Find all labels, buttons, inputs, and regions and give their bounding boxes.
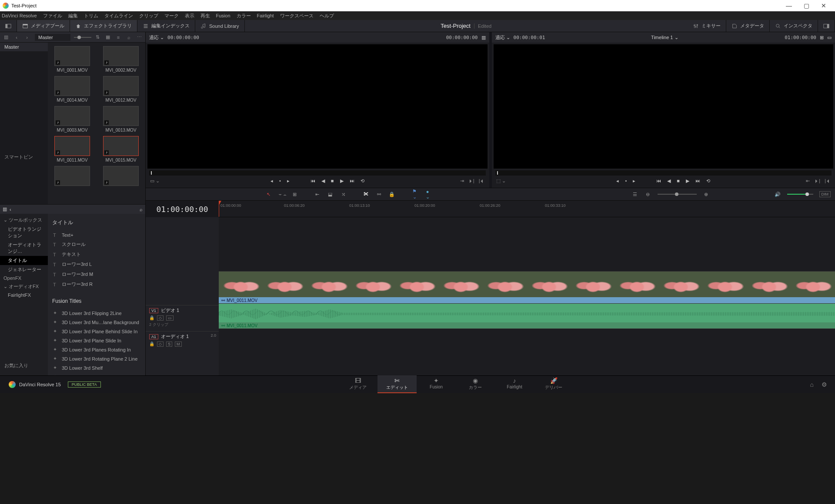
tool-link-icon[interactable]: ⚯ (375, 192, 382, 197)
fx-fairlightfx[interactable]: FairlightFX (0, 291, 48, 299)
page-deliver[interactable]: 🚀デリバー (534, 375, 573, 393)
fusion-title-preset[interactable]: ✦3D Lower 3rd Plane Slide In (52, 336, 141, 345)
panel-toggle-left-icon[interactable] (0, 20, 17, 32)
v1-disp-icon[interactable]: ▭ (166, 315, 174, 321)
page-media[interactable]: 🎞メディア (338, 375, 377, 393)
maximize-button[interactable]: ▢ (798, 2, 815, 9)
tool-insert-icon[interactable]: ⇤ (314, 192, 321, 197)
menu-playback[interactable]: 再生 (200, 13, 210, 19)
clip-item[interactable]: ♪MVI_0013.MOV (98, 106, 144, 133)
menu-edit[interactable]: 編集 (68, 13, 78, 19)
menu-help[interactable]: ヘルプ (320, 13, 334, 19)
volume-slider[interactable] (787, 194, 813, 195)
src-prev-icon[interactable]: ◀ (321, 178, 325, 184)
home-icon[interactable]: ⌂ (810, 381, 814, 388)
zoom-out-icon[interactable]: ⊖ (645, 192, 651, 197)
src-next-icon[interactable]: ⏭ (350, 178, 354, 184)
page-fairlight[interactable]: ♪Fairlight (495, 375, 534, 393)
src-loop-icon[interactable]: ⟲ (361, 178, 364, 184)
src-first-icon[interactable]: ⏮ (311, 178, 315, 184)
src-stop-icon[interactable]: ■ (331, 178, 334, 184)
tl-canvas[interactable] (494, 44, 834, 169)
page-edit[interactable]: ✄エディット (377, 375, 417, 393)
close-button[interactable]: ✕ (815, 2, 832, 9)
clip-thumb[interactable]: ♪ (103, 166, 139, 186)
fusion-title-preset[interactable]: ✦3D Lower 3rd Sliding Block (52, 372, 141, 375)
tool-dynamic-icon[interactable]: ⊞ (291, 192, 298, 197)
title-preset[interactable]: Tスクロール (52, 239, 141, 249)
inspector-toggle[interactable]: インスペクタ (770, 20, 818, 32)
clip-item[interactable]: ♪MVI_0015.MOV (98, 136, 144, 162)
tl-fit-dropdown[interactable]: 適応 ⌄ (495, 34, 510, 41)
clip-thumb[interactable]: ♪ (103, 106, 139, 126)
clip-item[interactable]: ♪MVI_0001.MOV (50, 46, 95, 73)
src-jog-dot-icon[interactable]: • (279, 178, 281, 184)
src-view-opts-icon[interactable]: ▥ (481, 35, 486, 40)
soundlib-toggle[interactable]: Sound Library (195, 20, 245, 32)
playhead[interactable] (219, 201, 219, 217)
nav-back-icon[interactable]: ‹ (12, 33, 21, 41)
fx-view-icon[interactable]: ▥ (3, 206, 7, 212)
grid-view-icon[interactable]: ▦ (104, 33, 112, 41)
clip-item[interactable]: ♪MVI_0014.MOV (50, 76, 95, 103)
fx-atrans[interactable]: オーディオトランジ… (0, 240, 48, 256)
tl-in-icon[interactable]: ⏵| (814, 178, 820, 184)
fusion-title-preset[interactable]: ✦3D Lower 3rd Mu…lane Background (52, 318, 141, 327)
video-clip[interactable] (219, 272, 835, 297)
clip-item[interactable]: ♪MVI_0002.MOV (98, 46, 144, 73)
src-canvas[interactable] (147, 44, 488, 169)
title-preset[interactable]: Tローワー3rd L (52, 259, 141, 269)
nav-fwd-icon[interactable]: › (23, 33, 31, 41)
menu-mark[interactable]: マーク (164, 13, 179, 19)
video-track-1[interactable]: ⚯MVI_0011.MOV (219, 271, 835, 303)
title-preset[interactable]: Tテキスト (52, 249, 141, 259)
src-play-icon[interactable]: ▶ (340, 178, 344, 184)
fusion-title-preset[interactable]: ✦3D Lower 3rd Flipping 2Line (52, 308, 141, 318)
fx-openfx[interactable]: OpenFX (0, 274, 48, 282)
src-out-icon[interactable]: |⏴ (479, 178, 485, 184)
v1-badge[interactable]: V1 (149, 308, 158, 313)
tool-marker-icon[interactable]: ● ⌄ (424, 189, 431, 200)
fx-nav-icon[interactable]: ‹ (10, 207, 11, 212)
list-view-icon[interactable]: ≡ (114, 33, 123, 41)
tl-scopes-icon[interactable]: ⊞ (820, 35, 824, 40)
fx-titles[interactable]: タイトル (0, 256, 48, 265)
bin-master[interactable]: Master (0, 43, 48, 51)
bin-view-icon[interactable]: ▥ (2, 33, 10, 41)
clip-thumb[interactable]: ♪ (103, 46, 139, 66)
timeline-name-dropdown[interactable]: Timeline 1 ⌄ (651, 35, 678, 40)
tl-next-icon[interactable]: ⏭ (695, 178, 700, 184)
page-color[interactable]: ◉カラー (456, 375, 495, 393)
panel-toggle-right-icon[interactable] (818, 20, 835, 32)
editindex-toggle[interactable]: 編集インデックス (137, 20, 195, 32)
fusion-title-preset[interactable]: ✦3D Lower 3rd Plane Behind Slide In (52, 327, 141, 336)
clip-thumb[interactable]: ♪ (54, 166, 90, 186)
menu-clip[interactable]: クリップ (139, 13, 158, 19)
breadcrumb-master[interactable]: Master (35, 34, 70, 41)
tl-out-icon[interactable]: |⏴ (825, 178, 831, 184)
menu-workspace[interactable]: ワークスペース (280, 13, 314, 19)
tl-loop-icon[interactable]: ⟲ (706, 178, 710, 184)
tool-lock-icon[interactable]: 🔒 (388, 192, 395, 197)
clip-item[interactable]: ♪MVI_0012.MOV (98, 76, 144, 103)
menu-trim[interactable]: トリム (84, 13, 98, 19)
fusion-title-preset[interactable]: ✦3D Lower 3rd Planes Rotating In (52, 345, 141, 354)
a1-mute-button[interactable]: M (175, 342, 182, 347)
tl-tc-left[interactable]: 00:00:00:01 (514, 35, 545, 40)
options-icon[interactable]: ⋯ (135, 33, 144, 41)
dim-button[interactable]: DIM (819, 191, 831, 197)
tool-trim-icon[interactable]: ⫟⫠ (278, 192, 285, 197)
zoom-slider[interactable] (658, 194, 697, 195)
v1-auto-icon[interactable]: ◇ (157, 315, 164, 321)
tool-flag-icon[interactable]: ⚑ ⌄ (411, 189, 418, 200)
a1-solo-button[interactable]: S (166, 342, 172, 347)
tl-stop-icon[interactable]: ■ (677, 178, 680, 184)
fx-vtrans[interactable]: ビデオトランジション (0, 225, 48, 240)
a1-auto-icon[interactable]: ◇ (157, 342, 164, 347)
clip-thumb[interactable]: ♪ (54, 136, 90, 156)
minimize-button[interactable]: — (780, 2, 798, 9)
src-matchframe-icon[interactable]: ⇥ (460, 178, 464, 184)
volume-icon[interactable]: 🔊 (774, 192, 781, 197)
tl-view-opts-icon[interactable]: ▭ (827, 35, 832, 40)
clip-item[interactable]: ♪ (50, 166, 95, 186)
